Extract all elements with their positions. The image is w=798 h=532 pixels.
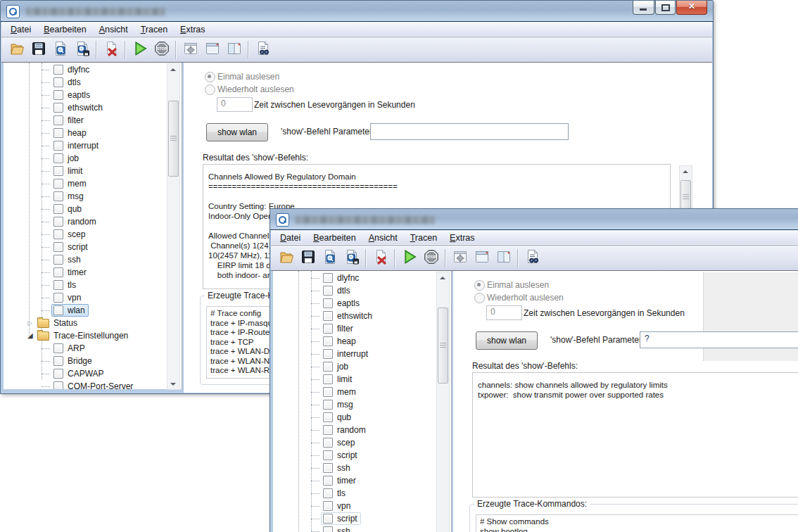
tree-item-filter[interactable]: filter <box>273 322 451 335</box>
tree-item-dlyfnc[interactable]: dlyfnc <box>4 63 182 76</box>
options-button[interactable] <box>449 248 471 268</box>
tree-item-script[interactable]: script <box>4 241 182 253</box>
checkbox-icon[interactable] <box>323 488 333 498</box>
tree-item-qub[interactable]: qub <box>273 411 451 424</box>
tree-item-job[interactable]: job <box>273 360 451 373</box>
menu-bearbeiten[interactable]: Bearbeiten <box>37 23 92 36</box>
checkbox-icon[interactable] <box>53 381 63 389</box>
tree-item-msg[interactable]: msg <box>273 398 451 411</box>
tree-scrollbar[interactable] <box>167 63 180 390</box>
radio-read-repeat[interactable] <box>474 293 485 303</box>
scroll-up-icon[interactable] <box>437 272 448 283</box>
tree-item-ethswitch[interactable]: ethswitch <box>273 310 451 322</box>
checkbox-icon[interactable] <box>53 280 63 290</box>
tree-item-timer[interactable]: timer <box>273 474 451 487</box>
checkbox-icon[interactable] <box>53 141 63 151</box>
checkbox-icon[interactable] <box>323 400 333 410</box>
tree-item-capwap[interactable]: CAPWAP <box>4 367 182 380</box>
tree-item-ethswitch[interactable]: ethswitch <box>4 101 182 114</box>
interval-input[interactable]: 0 <box>217 97 253 112</box>
tree-item-interrupt[interactable]: interrupt <box>273 348 451 360</box>
menu-ansicht[interactable]: Ansicht <box>362 232 404 244</box>
maximize-button[interactable] <box>655 1 676 15</box>
checkbox-icon[interactable] <box>323 349 333 359</box>
checkbox-icon[interactable] <box>53 77 63 87</box>
tree-item-job[interactable]: job <box>4 152 182 165</box>
close-button[interactable] <box>676 1 707 15</box>
tree-item-heap[interactable]: heap <box>273 335 451 348</box>
tree-item-eaptls[interactable]: eaptls <box>273 297 451 310</box>
checkbox-icon[interactable] <box>323 526 333 532</box>
tree-item-msg[interactable]: msg <box>4 190 182 203</box>
checkbox-icon[interactable] <box>53 115 63 125</box>
checkbox-icon[interactable] <box>53 255 63 265</box>
tree-item-mem[interactable]: mem <box>273 386 451 398</box>
checkbox-icon[interactable] <box>53 229 63 239</box>
checkbox-icon[interactable] <box>323 387 333 397</box>
checkbox-icon[interactable] <box>53 65 63 75</box>
scroll-up-icon[interactable] <box>167 64 178 75</box>
trace-commands-box[interactable]: # Show commands show bootlog <box>476 514 798 532</box>
menu-datei[interactable]: Datei <box>4 23 37 36</box>
scrollbar-thumb[interactable] <box>168 101 179 177</box>
layout-single-button[interactable] <box>201 39 223 60</box>
titlebar[interactable] <box>1 1 713 22</box>
tree-item-script[interactable]: script <box>273 449 451 462</box>
tree-item-scep[interactable]: scep <box>4 228 182 241</box>
tree-item-wlan[interactable]: wlan <box>4 304 182 317</box>
checkbox-icon[interactable] <box>53 90 63 100</box>
checkbox-icon[interactable] <box>53 179 63 189</box>
tree-item-tls[interactable]: tls <box>4 279 182 291</box>
tree-item-random[interactable]: random <box>273 424 451 436</box>
tree-item-scep[interactable]: scep <box>273 436 451 449</box>
tree-item-heap[interactable]: heap <box>4 127 182 139</box>
radio-read-once[interactable] <box>474 280 485 291</box>
checkbox-icon[interactable] <box>53 293 63 303</box>
show-parameter-input[interactable] <box>370 123 569 140</box>
radio-read-once[interactable] <box>205 72 215 82</box>
tree-item-filter[interactable]: filter <box>4 114 182 127</box>
checkbox-icon[interactable] <box>53 305 63 315</box>
tree-item-interrupt[interactable]: interrupt <box>4 139 182 152</box>
tree-item-dtls[interactable]: dtls <box>273 284 451 297</box>
checkbox-icon[interactable] <box>53 153 63 163</box>
menu-tracen[interactable]: Tracen <box>404 232 443 244</box>
menu-tracen[interactable]: Tracen <box>134 23 174 36</box>
checkbox-icon[interactable] <box>323 362 333 372</box>
options-button[interactable] <box>179 39 201 60</box>
open-file-button[interactable] <box>275 248 297 268</box>
menu-extras[interactable]: Extras <box>443 232 481 244</box>
trace-save-button[interactable] <box>341 248 362 268</box>
tree-item-qub[interactable]: qub <box>4 203 182 215</box>
show-result-box[interactable]: channels: show channels allowed by regul… <box>472 372 798 498</box>
search-trace-button[interactable] <box>521 248 543 268</box>
tree-item-com-port-server[interactable]: COM-Port-Server <box>4 380 182 389</box>
checkbox-icon[interactable] <box>323 450 333 460</box>
trace-save-button[interactable] <box>71 39 93 60</box>
tree-item-tls[interactable]: tls <box>273 487 451 500</box>
interval-input[interactable]: 0 <box>486 305 522 320</box>
delete-trace-button[interactable] <box>100 39 122 60</box>
checkbox-icon[interactable] <box>323 273 333 283</box>
menu-datei[interactable]: Datei <box>274 232 307 244</box>
checkbox-icon[interactable] <box>53 343 63 353</box>
scroll-down-icon[interactable] <box>167 379 178 389</box>
scroll-up-icon[interactable] <box>680 166 690 177</box>
checkbox-icon[interactable] <box>53 356 63 366</box>
checkbox-icon[interactable] <box>323 514 333 524</box>
tree-item-eaptls[interactable]: eaptls <box>4 89 182 101</box>
checkbox-icon[interactable] <box>53 103 63 113</box>
trace-view-button[interactable] <box>319 248 341 268</box>
menu-ansicht[interactable]: Ansicht <box>93 23 134 36</box>
tree-item-trace-einstellungen[interactable]: ◢Trace-Einstellungen <box>4 329 182 342</box>
stop-trace-button[interactable]: STOP <box>420 248 442 268</box>
show-parameter-input[interactable]: ? <box>640 331 798 348</box>
tree-item-limit[interactable]: limit <box>4 165 182 177</box>
checkbox-icon[interactable] <box>323 438 333 448</box>
stop-trace-button[interactable]: STOP <box>151 39 172 60</box>
checkbox-icon[interactable] <box>323 374 333 384</box>
tree-item-random[interactable]: random <box>4 215 182 228</box>
checkbox-icon[interactable] <box>323 476 333 486</box>
open-file-button[interactable] <box>6 39 27 60</box>
save-button[interactable] <box>297 248 319 268</box>
